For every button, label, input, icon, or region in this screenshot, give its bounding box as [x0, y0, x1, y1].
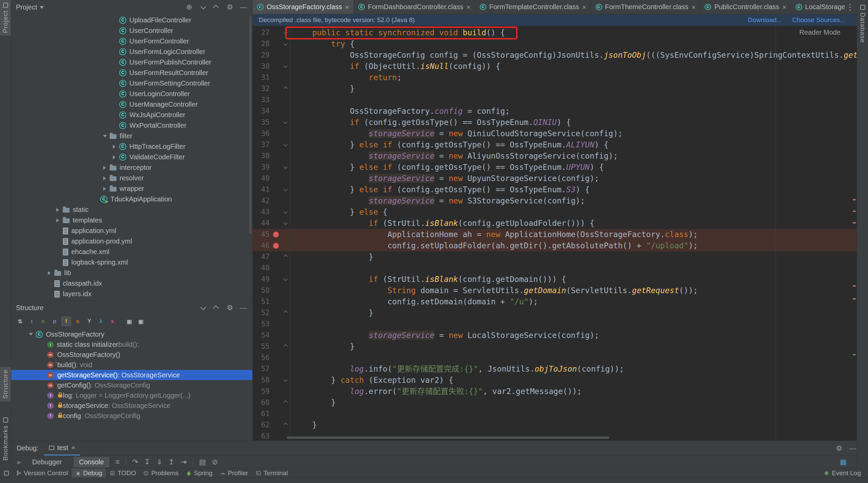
- breakpoint-gutter[interactable]: [272, 274, 281, 285]
- line-number[interactable]: 55: [253, 341, 272, 352]
- stripe-mark[interactable]: [853, 298, 856, 300]
- close-icon[interactable]: ×: [71, 444, 75, 452]
- fold-gutter[interactable]: [281, 83, 290, 94]
- expand-all-icon[interactable]: [199, 304, 207, 312]
- line-number[interactable]: 63: [253, 431, 272, 441]
- stripe-mark[interactable]: [853, 222, 856, 223]
- breakpoint-gutter[interactable]: [272, 83, 281, 94]
- project-tree-item[interactable]: CWxJsApiController: [11, 110, 252, 120]
- breakpoint-gutter[interactable]: [272, 207, 281, 218]
- show-properties-icon[interactable]: p: [50, 317, 59, 326]
- line-number[interactable]: 44: [253, 218, 272, 229]
- line-number[interactable]: 49: [253, 274, 272, 285]
- breakpoint-icon[interactable]: [273, 232, 279, 237]
- error-stripe[interactable]: [852, 26, 857, 441]
- project-tree-item[interactable]: CWxPortalController: [11, 120, 252, 131]
- step-into-icon[interactable]: ↧: [144, 458, 150, 466]
- fold-gutter[interactable]: [281, 162, 290, 173]
- expand-arrow-icon[interactable]: [45, 271, 54, 275]
- fold-gutter[interactable]: [281, 341, 290, 352]
- breakpoint-gutter[interactable]: [272, 240, 281, 251]
- fold-gutter[interactable]: [281, 195, 290, 207]
- expand-arrow-icon[interactable]: [53, 218, 63, 222]
- locate-file-icon[interactable]: ⊕: [185, 3, 193, 11]
- fold-gutter[interactable]: [281, 386, 290, 397]
- editor-tab[interactable]: COssStorageFactory.class×: [253, 0, 354, 14]
- fold-gutter[interactable]: [281, 173, 290, 184]
- line-number[interactable]: 62: [253, 419, 272, 431]
- project-tree-item[interactable]: CUserFormController: [11, 36, 252, 47]
- project-tree-item[interactable]: CUserManageController: [11, 99, 252, 110]
- line-number[interactable]: 46: [253, 240, 272, 251]
- statusbar-item-todo[interactable]: TODO: [106, 468, 140, 478]
- structure-tree-item[interactable]: m↑getStorageService(): OssStorageService: [11, 370, 252, 380]
- statusbar-item-profiler[interactable]: Profiler: [216, 468, 252, 478]
- breakpoint-gutter[interactable]: [272, 285, 281, 296]
- line-number[interactable]: 59: [253, 386, 272, 397]
- line-number[interactable]: 50: [253, 285, 272, 296]
- fold-gutter[interactable]: [281, 263, 290, 274]
- breakpoint-gutter[interactable]: [272, 218, 281, 229]
- collapse-all-icon[interactable]: [212, 3, 220, 11]
- project-tree-item[interactable]: CUserFormResultController: [11, 68, 252, 78]
- fold-collapse-icon[interactable]: [284, 142, 288, 147]
- fold-collapse-icon[interactable]: [284, 187, 288, 192]
- line-number[interactable]: 54: [253, 330, 272, 341]
- project-tree-item[interactable]: resolver: [11, 173, 252, 183]
- settings-gear-icon[interactable]: ⚙: [835, 444, 843, 452]
- breakpoint-gutter[interactable]: [272, 139, 281, 150]
- line-number[interactable]: 53: [253, 319, 272, 330]
- project-tree-item[interactable]: logback-spring.xml: [11, 257, 252, 268]
- breakpoint-gutter[interactable]: [272, 150, 281, 162]
- fold-gutter[interactable]: [281, 408, 290, 419]
- fold-gutter[interactable]: [281, 285, 290, 296]
- stripe-mark[interactable]: [853, 285, 856, 287]
- close-icon[interactable]: ×: [466, 3, 470, 11]
- project-tree-item[interactable]: CUploadFileController: [11, 15, 252, 25]
- fold-gutter[interactable]: [281, 106, 290, 117]
- show-lambdas-icon[interactable]: Y: [85, 317, 94, 326]
- close-icon[interactable]: ×: [782, 3, 786, 11]
- fold-expand-icon[interactable]: [284, 86, 288, 91]
- line-number[interactable]: 48: [253, 263, 272, 274]
- project-tree-item[interactable]: application-prod.yml: [11, 236, 252, 247]
- toolwindow-switcher-icon[interactable]: [4, 471, 9, 476]
- fold-gutter[interactable]: [281, 363, 290, 375]
- line-number[interactable]: 34: [253, 106, 272, 117]
- project-tree-item[interactable]: CUserController: [11, 25, 252, 36]
- project-tree-item[interactable]: filter: [11, 131, 252, 141]
- stripe-button-database[interactable]: Database: [857, 2, 868, 46]
- close-icon[interactable]: ×: [345, 3, 349, 11]
- fold-gutter[interactable]: [281, 207, 290, 218]
- statusbar-item-spring[interactable]: Spring: [182, 468, 216, 478]
- autoscroll-to-source-icon[interactable]: ▣: [125, 317, 134, 326]
- editor-tab[interactable]: CLocalStorageS: [791, 0, 845, 14]
- layout-options-icon[interactable]: ≡: [115, 458, 120, 466]
- hide-panel-icon[interactable]: —: [849, 444, 857, 452]
- fold-gutter[interactable]: [281, 375, 290, 386]
- project-tree-item[interactable]: CUserLoginController: [11, 89, 252, 99]
- fold-collapse-icon[interactable]: [284, 120, 288, 124]
- expand-arrow-icon[interactable]: [100, 166, 110, 170]
- breakpoint-gutter[interactable]: [272, 162, 281, 173]
- fold-gutter[interactable]: [281, 50, 290, 61]
- line-number[interactable]: 58: [253, 375, 272, 386]
- line-number[interactable]: 40: [253, 173, 272, 184]
- project-tree-item[interactable]: CValidateCodeFilter: [11, 152, 252, 162]
- view-breakpoints-icon[interactable]: ▤: [199, 458, 206, 466]
- show-scripts-icon[interactable]: s: [73, 317, 83, 326]
- more-tabs-icon[interactable]: »: [17, 458, 21, 466]
- stripe-button-bookmarks[interactable]: Bookmarks: [0, 415, 11, 463]
- fold-gutter[interactable]: [281, 184, 290, 195]
- breakpoint-gutter[interactable]: [272, 341, 281, 352]
- stripe-mark[interactable]: [853, 354, 856, 355]
- editor-tab[interactable]: CFormDashboardController.class×: [354, 0, 475, 14]
- project-tree-item[interactable]: CUserFormPublishController: [11, 57, 252, 68]
- tab-options-kebab-icon[interactable]: ⋮: [846, 2, 854, 12]
- line-number[interactable]: 39: [253, 162, 272, 173]
- force-step-into-icon[interactable]: ⇓: [156, 458, 162, 466]
- fold-expand-icon[interactable]: [284, 310, 288, 315]
- breakpoint-gutter[interactable]: [272, 386, 281, 397]
- line-number[interactable]: 36: [253, 128, 272, 139]
- fold-expand-icon[interactable]: [284, 344, 288, 348]
